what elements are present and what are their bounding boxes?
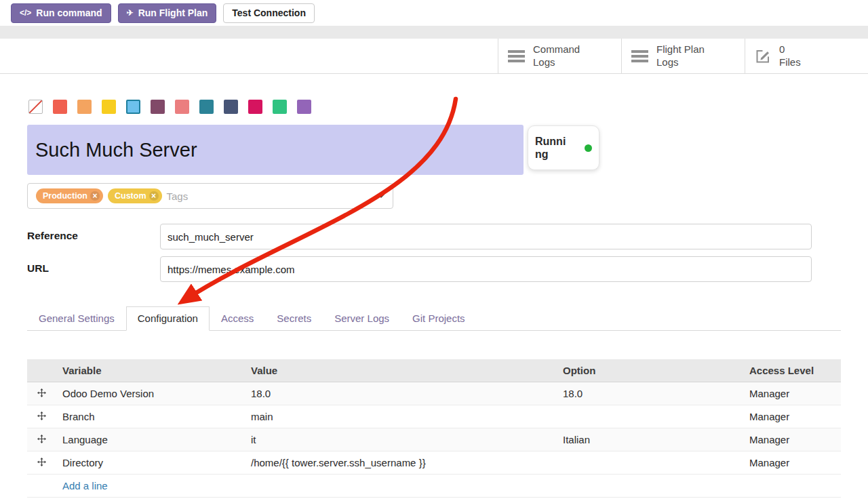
empty-handle-cell (27, 475, 56, 498)
color-swatch-dark-purple[interactable] (151, 100, 165, 114)
color-swatch-no-color[interactable] (28, 100, 43, 114)
reference-row: Reference (27, 224, 812, 249)
command-logs-button[interactable]: Command Logs (498, 39, 621, 73)
tag-remove-icon[interactable]: × (90, 191, 100, 201)
code-icon: </> (20, 8, 31, 18)
cell-value[interactable]: 18.0 (244, 382, 556, 405)
status-card: Running (528, 125, 599, 170)
color-swatch-orange[interactable] (77, 100, 92, 114)
url-input[interactable] (160, 256, 812, 282)
field-group: Reference URL (27, 224, 812, 282)
tag-label: Custom (115, 191, 146, 201)
flight-plan-logs-label: Flight Plan Logs (656, 43, 705, 69)
tab-git-projects[interactable]: Git Projects (401, 306, 477, 331)
cell-access-level[interactable]: Manager (743, 451, 841, 475)
menu-icon (508, 50, 525, 62)
menu-icon (631, 50, 648, 62)
cell-option[interactable] (556, 451, 743, 475)
cell-value[interactable]: /home/{{ tower.server.ssh_username }} (244, 451, 556, 475)
color-swatch-salmon-pink[interactable] (175, 100, 189, 114)
color-swatch-green[interactable] (273, 100, 287, 114)
tag-pill-production[interactable]: Production× (36, 188, 103, 203)
cell-value[interactable]: main (244, 405, 556, 428)
tab-server-logs[interactable]: Server Logs (323, 306, 401, 331)
drag-handle-icon[interactable] (27, 428, 56, 451)
top-toolbar: </> Run command ✈ Run Flight Plan Test C… (0, 0, 868, 26)
test-connection-label: Test Connection (232, 7, 306, 18)
variables-table: Variable Value Option Access Level Odoo … (27, 359, 841, 498)
run-flight-plan-label: Run Flight Plan (138, 7, 208, 18)
color-swatch-dark-blue[interactable] (224, 100, 238, 114)
drag-handle-icon[interactable] (27, 451, 56, 475)
flight-plan-logs-button[interactable]: Flight Plan Logs (621, 39, 745, 73)
chevron-down-icon[interactable] (378, 195, 384, 198)
cell-variable[interactable]: Branch (56, 405, 244, 428)
cell-value[interactable]: it (244, 428, 556, 451)
column-header-access-level: Access Level (743, 359, 841, 382)
url-label: URL (27, 256, 160, 282)
tab-access[interactable]: Access (210, 306, 265, 331)
status-dot-icon (585, 144, 592, 152)
drag-handle-icon[interactable] (27, 405, 56, 428)
server-name-field[interactable]: Such Much Server (27, 125, 524, 175)
tags-placeholder: Tags (167, 190, 189, 202)
files-button[interactable]: 0 Files (745, 39, 868, 73)
column-header-option: Option (556, 359, 743, 382)
cell-variable[interactable]: Directory (56, 451, 244, 475)
test-connection-button[interactable]: Test Connection (223, 3, 315, 23)
tab-configuration[interactable]: Configuration (126, 306, 210, 331)
cell-access-level[interactable]: Manager (743, 382, 841, 405)
cell-access-level[interactable]: Manager (743, 405, 841, 428)
notebook-tabs: General Settings Configuration Access Se… (27, 306, 841, 331)
column-header-variable: Variable (56, 359, 244, 382)
color-swatch-yellow[interactable] (102, 100, 116, 114)
stat-button-row: Command Logs Flight Plan Logs 0 Files (0, 39, 868, 74)
page: </> Run command ✈ Run Flight Plan Test C… (0, 0, 868, 503)
cell-option[interactable] (556, 405, 743, 428)
tag-pill-custom[interactable]: Custom× (108, 188, 162, 203)
cell-option[interactable]: 18.0 (556, 382, 743, 405)
tab-secrets[interactable]: Secrets (265, 306, 323, 331)
color-swatch-purple[interactable] (297, 100, 311, 114)
color-swatch-row (27, 100, 841, 114)
cell-option[interactable]: Italian (556, 428, 743, 451)
color-swatch-fuchsia[interactable] (248, 100, 262, 114)
color-swatch-medium-blue[interactable] (199, 100, 214, 114)
table-row[interactable]: Language it Italian Manager (27, 428, 841, 451)
files-count-label: 0 Files (779, 43, 801, 69)
command-logs-label: Command Logs (533, 43, 580, 69)
color-swatch-light-blue[interactable] (126, 100, 140, 114)
tag-list: Production×Custom× (36, 188, 162, 203)
edit-pencil-icon (755, 48, 771, 64)
cell-access-level[interactable]: Manager (743, 428, 841, 451)
drag-handle-icon[interactable] (27, 382, 56, 405)
separator-band (0, 26, 868, 39)
column-header-value: Value (244, 359, 556, 382)
tab-general-settings[interactable]: General Settings (27, 306, 126, 331)
handle-column-header (27, 359, 56, 382)
reference-input[interactable] (160, 224, 812, 249)
reference-label: Reference (27, 224, 160, 249)
cell-variable[interactable]: Language (56, 428, 244, 451)
run-command-label: Run command (36, 7, 102, 18)
url-row: URL (27, 256, 812, 282)
cell-variable[interactable]: Odoo Demo Version (56, 382, 244, 405)
form-sheet: Such Much Server Running Production×Cust… (0, 100, 868, 498)
add-a-line-link[interactable]: Add a line (62, 480, 108, 491)
status-label: Running (535, 135, 570, 161)
add-line-row: Add a line (27, 475, 841, 498)
run-flight-plan-button[interactable]: ✈ Run Flight Plan (118, 3, 217, 23)
table-header-row: Variable Value Option Access Level (27, 359, 841, 382)
table-row[interactable]: Branch main Manager (27, 405, 841, 428)
tags-field[interactable]: Production×Custom× Tags (27, 183, 393, 209)
table-row[interactable]: Directory /home/{{ tower.server.ssh_user… (27, 451, 841, 475)
tag-remove-icon[interactable]: × (149, 191, 159, 201)
name-row: Such Much Server Running (27, 125, 841, 175)
run-command-button[interactable]: </> Run command (11, 3, 111, 23)
color-swatch-red[interactable] (53, 100, 67, 114)
table-row[interactable]: Odoo Demo Version 18.0 18.0 Manager (27, 382, 841, 405)
plane-icon: ✈ (127, 8, 134, 18)
tag-label: Production (43, 191, 87, 201)
